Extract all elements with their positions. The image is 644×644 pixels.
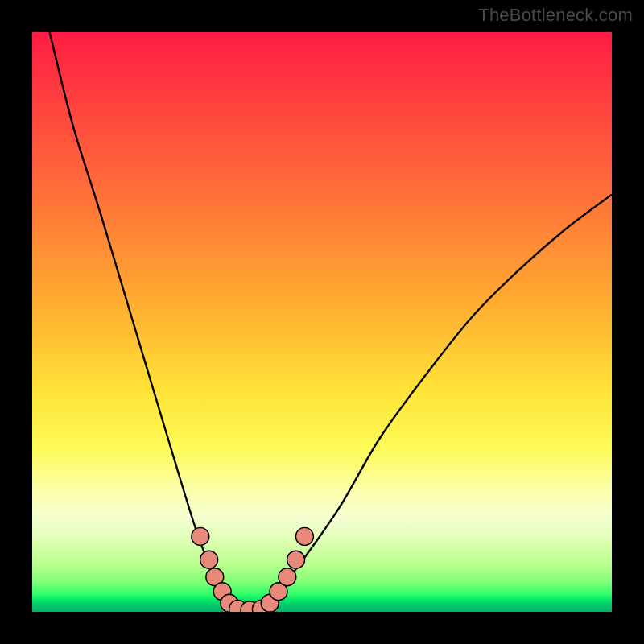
curve-svg	[32, 32, 612, 612]
bottleneck-curve	[50, 32, 612, 612]
watermark-text: TheBottleneck.com	[478, 5, 633, 26]
curve-marker	[192, 527, 209, 545]
plot-area	[32, 32, 612, 612]
curve-marker	[279, 568, 296, 586]
curve-marker	[287, 551, 305, 568]
chart-frame: TheBottleneck.com	[0, 0, 644, 644]
curve-marker	[200, 551, 218, 568]
curve-marker	[295, 527, 313, 545]
